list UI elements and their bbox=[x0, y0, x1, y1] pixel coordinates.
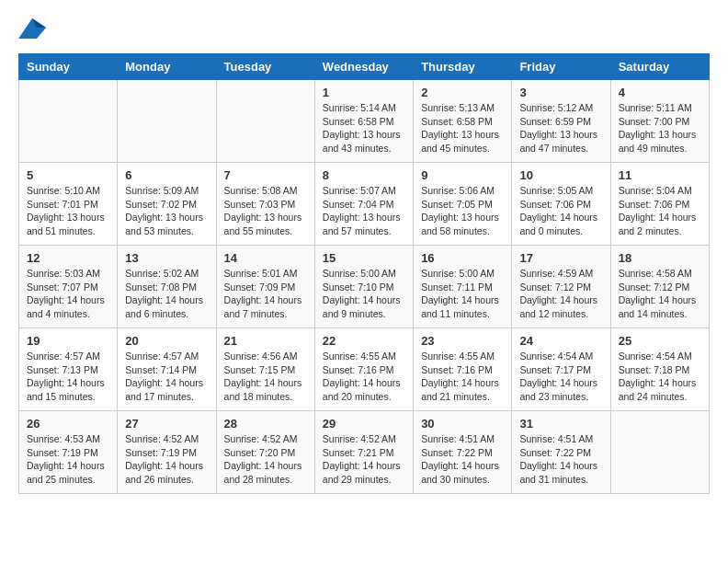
day-number: 23 bbox=[421, 334, 504, 348]
day-cell: 27Sunrise: 4:52 AM Sunset: 7:19 PM Dayli… bbox=[118, 411, 216, 494]
day-number: 19 bbox=[27, 334, 109, 348]
day-number: 27 bbox=[125, 417, 208, 431]
week-row-4: 19Sunrise: 4:57 AM Sunset: 7:13 PM Dayli… bbox=[19, 328, 710, 411]
day-cell: 1Sunrise: 5:14 AM Sunset: 6:58 PM Daylig… bbox=[314, 80, 413, 163]
day-info: Sunrise: 4:57 AM Sunset: 7:13 PM Dayligh… bbox=[27, 350, 109, 404]
day-cell bbox=[216, 80, 314, 163]
day-info: Sunrise: 5:01 AM Sunset: 7:09 PM Dayligh… bbox=[224, 267, 307, 321]
day-number: 25 bbox=[619, 334, 701, 348]
day-number: 21 bbox=[224, 334, 307, 348]
day-cell: 3Sunrise: 5:12 AM Sunset: 6:59 PM Daylig… bbox=[512, 80, 610, 163]
day-info: Sunrise: 5:05 AM Sunset: 7:06 PM Dayligh… bbox=[519, 184, 602, 238]
day-info: Sunrise: 5:09 AM Sunset: 7:02 PM Dayligh… bbox=[125, 184, 208, 238]
day-info: Sunrise: 4:57 AM Sunset: 7:14 PM Dayligh… bbox=[125, 350, 208, 404]
calendar-table: SundayMondayTuesdayWednesdayThursdayFrid… bbox=[18, 53, 710, 494]
day-cell: 26Sunrise: 4:53 AM Sunset: 7:19 PM Dayli… bbox=[19, 411, 118, 494]
day-info: Sunrise: 5:00 AM Sunset: 7:11 PM Dayligh… bbox=[421, 267, 504, 321]
col-header-thursday: Thursday bbox=[414, 54, 512, 80]
day-info: Sunrise: 5:02 AM Sunset: 7:08 PM Dayligh… bbox=[125, 267, 208, 321]
day-cell: 8Sunrise: 5:07 AM Sunset: 7:04 PM Daylig… bbox=[314, 163, 413, 246]
day-info: Sunrise: 5:00 AM Sunset: 7:10 PM Dayligh… bbox=[323, 267, 405, 321]
day-number: 31 bbox=[519, 417, 602, 431]
day-number: 8 bbox=[323, 168, 405, 182]
day-info: Sunrise: 5:06 AM Sunset: 7:05 PM Dayligh… bbox=[421, 184, 504, 238]
week-row-5: 26Sunrise: 4:53 AM Sunset: 7:19 PM Dayli… bbox=[19, 411, 710, 494]
day-cell: 13Sunrise: 5:02 AM Sunset: 7:08 PM Dayli… bbox=[118, 246, 216, 328]
day-cell: 25Sunrise: 4:54 AM Sunset: 7:18 PM Dayli… bbox=[610, 328, 709, 411]
week-row-2: 5Sunrise: 5:10 AM Sunset: 7:01 PM Daylig… bbox=[19, 163, 710, 246]
col-header-saturday: Saturday bbox=[610, 54, 709, 80]
day-info: Sunrise: 4:52 AM Sunset: 7:20 PM Dayligh… bbox=[224, 432, 307, 487]
day-number: 17 bbox=[519, 251, 602, 265]
day-info: Sunrise: 4:56 AM Sunset: 7:15 PM Dayligh… bbox=[224, 350, 307, 404]
day-cell: 22Sunrise: 4:55 AM Sunset: 7:16 PM Dayli… bbox=[314, 328, 413, 411]
day-number: 22 bbox=[323, 334, 405, 348]
day-number: 20 bbox=[125, 334, 208, 348]
day-info: Sunrise: 4:55 AM Sunset: 7:16 PM Dayligh… bbox=[323, 350, 405, 404]
day-number: 12 bbox=[27, 251, 109, 265]
day-cell: 7Sunrise: 5:08 AM Sunset: 7:03 PM Daylig… bbox=[216, 163, 314, 246]
day-cell: 4Sunrise: 5:11 AM Sunset: 7:00 PM Daylig… bbox=[610, 80, 709, 163]
day-cell: 10Sunrise: 5:05 AM Sunset: 7:06 PM Dayli… bbox=[512, 163, 610, 246]
col-header-friday: Friday bbox=[512, 54, 610, 80]
day-cell: 21Sunrise: 4:56 AM Sunset: 7:15 PM Dayli… bbox=[216, 328, 314, 411]
day-cell: 15Sunrise: 5:00 AM Sunset: 7:10 PM Dayli… bbox=[314, 246, 413, 328]
day-cell: 29Sunrise: 4:52 AM Sunset: 7:21 PM Dayli… bbox=[314, 411, 413, 494]
day-cell: 6Sunrise: 5:09 AM Sunset: 7:02 PM Daylig… bbox=[118, 163, 216, 246]
day-number: 18 bbox=[619, 251, 701, 265]
day-cell: 9Sunrise: 5:06 AM Sunset: 7:05 PM Daylig… bbox=[414, 163, 512, 246]
day-number: 28 bbox=[224, 417, 307, 431]
day-info: Sunrise: 5:11 AM Sunset: 7:00 PM Dayligh… bbox=[619, 101, 701, 155]
day-number: 13 bbox=[125, 251, 208, 265]
day-cell bbox=[610, 411, 709, 494]
day-cell: 5Sunrise: 5:10 AM Sunset: 7:01 PM Daylig… bbox=[19, 163, 118, 246]
day-cell: 18Sunrise: 4:58 AM Sunset: 7:12 PM Dayli… bbox=[610, 246, 709, 328]
day-info: Sunrise: 5:07 AM Sunset: 7:04 PM Dayligh… bbox=[323, 184, 405, 238]
day-cell: 24Sunrise: 4:54 AM Sunset: 7:17 PM Dayli… bbox=[512, 328, 610, 411]
day-info: Sunrise: 5:04 AM Sunset: 7:06 PM Dayligh… bbox=[619, 184, 701, 238]
day-info: Sunrise: 5:03 AM Sunset: 7:07 PM Dayligh… bbox=[27, 267, 109, 321]
day-number: 7 bbox=[224, 168, 307, 182]
day-number: 30 bbox=[421, 417, 504, 431]
page-header bbox=[18, 18, 710, 39]
day-cell bbox=[19, 80, 118, 163]
day-number: 10 bbox=[519, 168, 602, 182]
day-info: Sunrise: 4:58 AM Sunset: 7:12 PM Dayligh… bbox=[619, 267, 701, 321]
day-info: Sunrise: 4:59 AM Sunset: 7:12 PM Dayligh… bbox=[519, 267, 602, 321]
day-number: 26 bbox=[27, 417, 109, 431]
week-row-1: 1Sunrise: 5:14 AM Sunset: 6:58 PM Daylig… bbox=[19, 80, 710, 163]
day-number: 5 bbox=[27, 168, 109, 182]
day-info: Sunrise: 4:54 AM Sunset: 7:17 PM Dayligh… bbox=[519, 350, 602, 404]
day-number: 24 bbox=[519, 334, 602, 348]
col-header-wednesday: Wednesday bbox=[314, 54, 413, 80]
day-info: Sunrise: 5:08 AM Sunset: 7:03 PM Dayligh… bbox=[224, 184, 307, 238]
day-info: Sunrise: 5:12 AM Sunset: 6:59 PM Dayligh… bbox=[519, 101, 602, 155]
day-info: Sunrise: 4:52 AM Sunset: 7:19 PM Dayligh… bbox=[125, 432, 208, 487]
day-cell: 31Sunrise: 4:51 AM Sunset: 7:22 PM Dayli… bbox=[512, 411, 610, 494]
day-number: 14 bbox=[224, 251, 307, 265]
day-number: 9 bbox=[421, 168, 504, 182]
day-info: Sunrise: 5:10 AM Sunset: 7:01 PM Dayligh… bbox=[27, 184, 109, 238]
day-info: Sunrise: 5:13 AM Sunset: 6:58 PM Dayligh… bbox=[421, 101, 504, 155]
day-cell: 12Sunrise: 5:03 AM Sunset: 7:07 PM Dayli… bbox=[19, 246, 118, 328]
day-cell: 20Sunrise: 4:57 AM Sunset: 7:14 PM Dayli… bbox=[118, 328, 216, 411]
header-row: SundayMondayTuesdayWednesdayThursdayFrid… bbox=[19, 54, 710, 80]
day-cell: 30Sunrise: 4:51 AM Sunset: 7:22 PM Dayli… bbox=[414, 411, 512, 494]
day-number: 15 bbox=[323, 251, 405, 265]
day-number: 1 bbox=[323, 86, 405, 99]
day-cell: 19Sunrise: 4:57 AM Sunset: 7:13 PM Dayli… bbox=[19, 328, 118, 411]
day-info: Sunrise: 4:51 AM Sunset: 7:22 PM Dayligh… bbox=[421, 432, 504, 487]
logo-icon bbox=[18, 18, 46, 39]
col-header-monday: Monday bbox=[118, 54, 216, 80]
day-number: 16 bbox=[421, 251, 504, 265]
day-info: Sunrise: 5:14 AM Sunset: 6:58 PM Dayligh… bbox=[323, 101, 405, 155]
day-info: Sunrise: 4:54 AM Sunset: 7:18 PM Dayligh… bbox=[619, 350, 701, 404]
day-info: Sunrise: 4:55 AM Sunset: 7:16 PM Dayligh… bbox=[421, 350, 504, 404]
day-number: 6 bbox=[125, 168, 208, 182]
day-number: 2 bbox=[421, 86, 504, 99]
day-cell: 17Sunrise: 4:59 AM Sunset: 7:12 PM Dayli… bbox=[512, 246, 610, 328]
col-header-sunday: Sunday bbox=[19, 54, 118, 80]
day-cell: 28Sunrise: 4:52 AM Sunset: 7:20 PM Dayli… bbox=[216, 411, 314, 494]
day-number: 11 bbox=[619, 168, 701, 182]
day-cell: 2Sunrise: 5:13 AM Sunset: 6:58 PM Daylig… bbox=[414, 80, 512, 163]
